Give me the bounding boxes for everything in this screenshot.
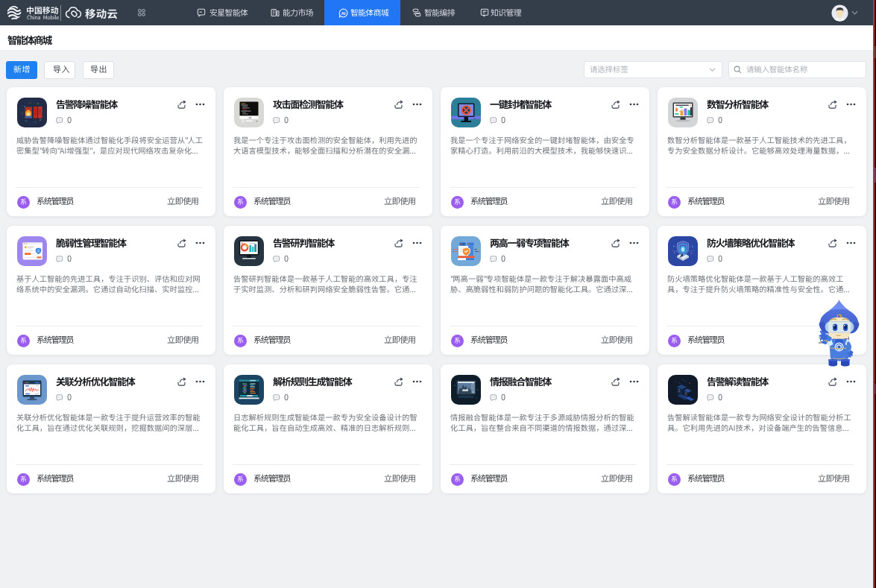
svg-text:AI: AI [341, 10, 345, 15]
